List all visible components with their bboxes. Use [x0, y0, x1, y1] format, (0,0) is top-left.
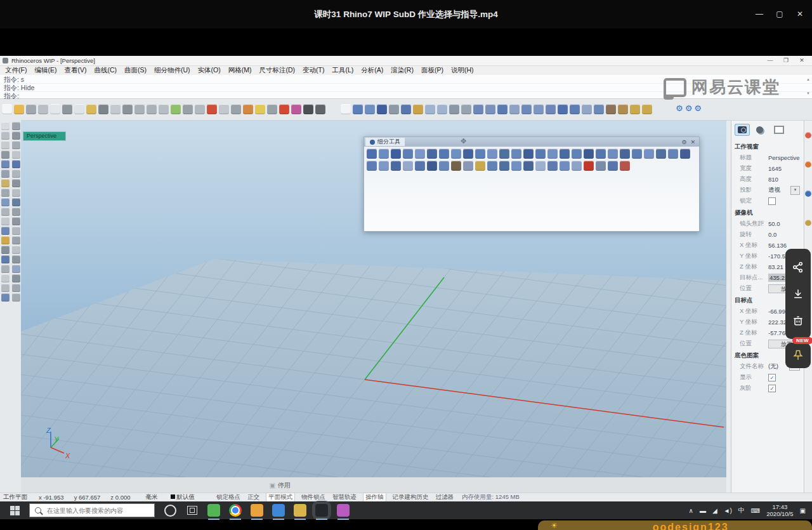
subd-half-icon[interactable] [560, 161, 570, 171]
subd-panel-tab[interactable]: 细分工具 [365, 138, 405, 146]
subd-chart-icon[interactable] [427, 161, 437, 171]
rhino-restore-button[interactable]: ❐ [778, 56, 794, 65]
touch-keyboard-icon[interactable]: ⌨ [751, 507, 760, 514]
hide-swap-icon[interactable] [219, 104, 229, 114]
sidebar-tool-37-icon[interactable] [1, 293, 10, 301]
move-icon[interactable] [122, 104, 133, 114]
undo-icon[interactable] [98, 104, 108, 114]
subd-smiley-icon[interactable] [475, 161, 485, 171]
layer-cell[interactable]: 默认值 [171, 493, 195, 501]
rhinoceros-icon[interactable] [315, 504, 328, 517]
sidebar-tool-22-icon[interactable] [12, 217, 20, 225]
sidebar-tool-12-icon[interactable] [12, 169, 20, 178]
subd-cone-icon[interactable] [391, 149, 401, 159]
pen-icon[interactable] [473, 104, 483, 114]
snap-icon[interactable] [389, 104, 399, 114]
sidebar-tool-7-icon[interactable] [1, 150, 10, 159]
volume-icon[interactable]: ◄) [724, 507, 732, 514]
subd-cube-icon[interactable] [415, 149, 425, 159]
sidebar-tool-11-icon[interactable] [1, 169, 10, 178]
surface-book-icon[interactable] [353, 104, 363, 114]
share-icon[interactable] [792, 261, 804, 274]
subd-mask-icon[interactable] [463, 161, 473, 171]
subd-globe-2-icon[interactable] [511, 161, 521, 171]
subd-knife-icon[interactable] [487, 161, 497, 171]
subd-panel-icon[interactable] [596, 149, 606, 159]
viewport-properties-tab[interactable] [735, 124, 749, 135]
gear-button-1-icon[interactable]: ⚙ [676, 103, 683, 114]
action-center-icon[interactable]: ▣ [800, 507, 806, 514]
network-signal-icon[interactable]: ◢ [712, 507, 717, 514]
delete-icon[interactable] [62, 104, 72, 114]
trash-icon[interactable] [792, 314, 804, 327]
cup-icon[interactable] [425, 104, 435, 114]
visibility-icon[interactable] [207, 104, 217, 114]
subd-sphere-icon[interactable] [367, 149, 377, 159]
menu-item-7[interactable]: 实体(O) [194, 66, 225, 75]
checkbox[interactable] [768, 197, 776, 205]
sidebar-tool-33-icon[interactable] [1, 274, 10, 282]
menu-item-2[interactable]: 编辑(E) [30, 66, 60, 75]
sidebar-tool-36-icon[interactable] [12, 284, 20, 292]
sidebar-tool-38-icon[interactable] [12, 293, 20, 301]
cplane-cell[interactable]: 工作平面 [3, 493, 27, 501]
color-wheel-icon[interactable] [291, 104, 301, 114]
sidebar-tool-25-icon[interactable] [1, 236, 10, 244]
scroll-down-icon[interactable]: ▼ [805, 91, 811, 95]
cursor-icon[interactable] [341, 104, 351, 114]
subd-bridge-icon[interactable] [668, 149, 678, 159]
checkbox[interactable]: ✓ [768, 385, 776, 392]
sidebar-tool-30-icon[interactable] [12, 255, 20, 263]
panel-blue-icon[interactable] [377, 104, 387, 114]
subd-shell-icon[interactable] [415, 161, 425, 171]
subd-pearl-icon[interactable] [547, 161, 558, 171]
scroll-up-icon[interactable]: ▲ [805, 77, 811, 81]
grid-icon[interactable] [582, 104, 592, 114]
file-explorer-icon[interactable] [294, 504, 306, 517]
side-panel-tab-3-icon[interactable] [805, 190, 811, 197]
subd-ball-icon[interactable] [427, 149, 437, 159]
subd-orb-icon[interactable] [572, 149, 582, 159]
subd-window-icon[interactable] [620, 149, 630, 159]
sidebar-tool-21-icon[interactable] [1, 217, 10, 225]
sidebar-tool-1-icon[interactable] [1, 122, 10, 130]
subd-tools-panel[interactable]: 细分工具 ✥ ⚙ ✕ [363, 136, 700, 232]
subd-torus-icon[interactable] [451, 149, 461, 159]
pen-3-icon[interactable] [546, 104, 556, 114]
menu-item-15[interactable]: 说明(H) [447, 66, 478, 75]
surface-stack-icon[interactable] [365, 104, 375, 114]
sidebar-tool-16-icon[interactable] [12, 189, 20, 197]
zoom-window-icon[interactable] [147, 104, 157, 114]
subd-link-icon[interactable] [680, 149, 690, 159]
sidebar-tool-28-icon[interactable] [12, 246, 20, 254]
subd-grid-icon[interactable] [632, 149, 642, 159]
start-button[interactable] [0, 501, 29, 519]
sidebar-tool-31-icon[interactable] [1, 265, 10, 273]
column-icon[interactable] [618, 104, 628, 114]
battery-icon[interactable]: ▬ [700, 507, 706, 514]
cortana-button[interactable] [164, 505, 176, 517]
menu-item-11[interactable]: 工具(L) [329, 66, 358, 75]
material-tab[interactable] [754, 124, 768, 135]
lock-open-icon[interactable] [630, 104, 640, 114]
player-minimize-button[interactable]: — [754, 8, 765, 20]
sidebar-tool-6-icon[interactable] [12, 141, 20, 149]
subd-patch-icon[interactable] [523, 149, 534, 159]
search-input[interactable] [46, 507, 150, 515]
status-toggle-平面模式[interactable]: 平面模式 [266, 493, 294, 501]
taskbar-clock[interactable]: 17:43 2020/10/5 [766, 503, 793, 517]
sidebar-tool-2-icon[interactable] [12, 122, 20, 130]
subd-brush-icon[interactable] [535, 161, 546, 171]
subd-corner-icon[interactable] [620, 161, 630, 171]
subd-panel-gear-button[interactable]: ⚙ [681, 139, 686, 145]
render-sphere-icon[interactable] [303, 104, 313, 114]
status-toggle-正交[interactable]: 正交 [247, 493, 259, 501]
side-panel-tab-4-icon[interactable] [805, 220, 811, 226]
sidebar-tool-13-icon[interactable] [1, 179, 10, 187]
lamp-icon[interactable] [255, 104, 265, 114]
subd-face-icon[interactable] [535, 149, 546, 159]
sidebar-tool-4-icon[interactable] [12, 131, 20, 140]
print-icon[interactable] [38, 104, 48, 114]
subd-branch-icon[interactable] [511, 149, 521, 159]
menu-item-12[interactable]: 分析(A) [357, 66, 387, 75]
